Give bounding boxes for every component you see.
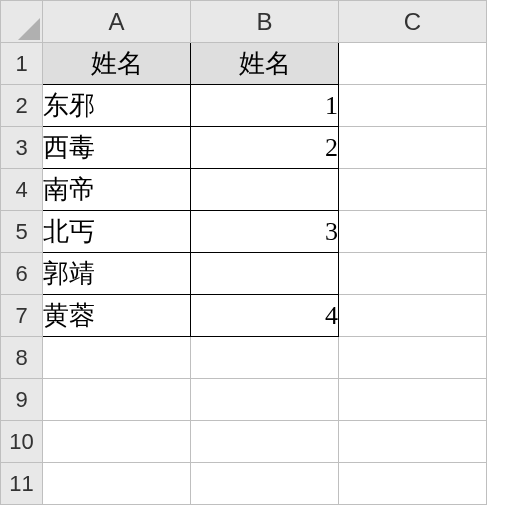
cell-B1[interactable]: 姓名	[191, 43, 339, 85]
cell-A4[interactable]: 南帝	[43, 169, 191, 211]
cell-C8[interactable]	[339, 337, 487, 379]
cell-A8[interactable]	[43, 337, 191, 379]
cell-B4[interactable]	[191, 169, 339, 211]
cell-C6[interactable]	[339, 253, 487, 295]
cell-C10[interactable]	[339, 421, 487, 463]
row-header-7[interactable]: 7	[1, 295, 43, 337]
cell-A1[interactable]: 姓名	[43, 43, 191, 85]
row-header-11[interactable]: 11	[1, 463, 43, 505]
cell-C7[interactable]	[339, 295, 487, 337]
cell-A9[interactable]	[43, 379, 191, 421]
row-header-9[interactable]: 9	[1, 379, 43, 421]
cell-A10[interactable]	[43, 421, 191, 463]
cell-B11[interactable]	[191, 463, 339, 505]
cell-A2[interactable]: 东邪	[43, 85, 191, 127]
cell-C3[interactable]	[339, 127, 487, 169]
cell-C9[interactable]	[339, 379, 487, 421]
cell-C5[interactable]	[339, 211, 487, 253]
row-header-2[interactable]: 2	[1, 85, 43, 127]
row-header-1[interactable]: 1	[1, 43, 43, 85]
cell-A5[interactable]: 北丐	[43, 211, 191, 253]
cell-B5[interactable]: 3	[191, 211, 339, 253]
row-header-10[interactable]: 10	[1, 421, 43, 463]
col-header-B[interactable]: B	[191, 1, 339, 43]
row-header-5[interactable]: 5	[1, 211, 43, 253]
cell-C11[interactable]	[339, 463, 487, 505]
cell-B10[interactable]	[191, 421, 339, 463]
col-header-C[interactable]: C	[339, 1, 487, 43]
row-header-4[interactable]: 4	[1, 169, 43, 211]
cell-A7[interactable]: 黄蓉	[43, 295, 191, 337]
row-header-3[interactable]: 3	[1, 127, 43, 169]
cell-A6[interactable]: 郭靖	[43, 253, 191, 295]
select-all-corner[interactable]	[1, 1, 43, 43]
cell-B9[interactable]	[191, 379, 339, 421]
cell-B8[interactable]	[191, 337, 339, 379]
spreadsheet-grid[interactable]: A B C 1 姓名 姓名 2 东邪 1 3 西毒 2 4 南帝 5 北丐 3 …	[0, 0, 487, 505]
cell-B3[interactable]: 2	[191, 127, 339, 169]
col-header-A[interactable]: A	[43, 1, 191, 43]
cell-A3[interactable]: 西毒	[43, 127, 191, 169]
cell-B2[interactable]: 1	[191, 85, 339, 127]
cell-B7[interactable]: 4	[191, 295, 339, 337]
cell-B6[interactable]	[191, 253, 339, 295]
corner-triangle-icon	[18, 18, 40, 40]
cell-C2[interactable]	[339, 85, 487, 127]
row-header-6[interactable]: 6	[1, 253, 43, 295]
cell-C1[interactable]	[339, 43, 487, 85]
cell-C4[interactable]	[339, 169, 487, 211]
cell-A11[interactable]	[43, 463, 191, 505]
row-header-8[interactable]: 8	[1, 337, 43, 379]
